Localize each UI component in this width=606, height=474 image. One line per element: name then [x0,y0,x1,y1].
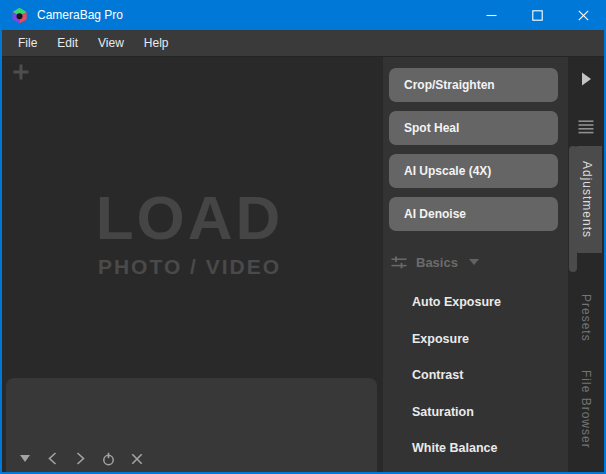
titlebar: CameraBag Pro [0,0,606,30]
menu-bar: File Edit View Help [2,30,604,57]
maximize-icon [532,10,543,21]
basics-section-header[interactable]: Basics [391,252,479,272]
window-controls [468,0,606,30]
basics-items: Auto Exposure Exposure Contrast Saturati… [383,284,568,467]
ai-denoise-button[interactable]: AI Denoise [389,197,558,231]
remove-button[interactable] [130,452,143,465]
adjustment-item-exposure[interactable]: Exposure [383,321,568,358]
spot-heal-button[interactable]: Spot Heal [389,111,558,145]
tool-buttons: Crop/Straighten Spot Heal AI Upscale (4X… [383,57,568,231]
panel-menu-button[interactable] [568,120,604,134]
minimize-button[interactable] [468,0,514,30]
next-button[interactable] [74,452,87,465]
close-x-icon [131,453,143,465]
menu-item-file[interactable]: File [8,30,47,56]
side-tabstrip: Adjustments Presets File Browser [568,57,604,472]
load-title: LOAD [2,187,377,249]
adjustment-item-white-balance[interactable]: White Balance [383,430,568,467]
menu-item-help[interactable]: Help [134,30,179,56]
menu-item-edit[interactable]: Edit [47,30,88,56]
main-area: LOAD PHOTO / VIDEO [2,57,604,472]
tab-file-browser-label: File Browser [579,370,593,449]
ai-upscale-button[interactable]: AI Upscale (4X) [389,154,558,188]
sliders-icon [391,256,407,269]
load-prompt: LOAD PHOTO / VIDEO [2,187,377,279]
tab-presets-label: Presets [579,294,593,342]
power-icon [102,452,115,466]
adjustments-panel: Crop/Straighten Spot Heal AI Upscale (4X… [383,57,568,472]
close-icon [578,10,589,21]
tab-adjustments-label: Adjustments [580,161,594,238]
collapse-filmstrip-button[interactable] [18,452,31,465]
collapse-triangle-icon [19,454,31,463]
add-photo-button[interactable] [12,63,30,81]
load-subtitle: PHOTO / VIDEO [2,255,377,279]
menu-lines-icon [578,120,594,134]
basics-label: Basics [416,255,458,270]
adjustment-item-saturation[interactable]: Saturation [383,394,568,431]
minimize-icon [486,10,497,21]
tab-adjustments[interactable]: Adjustments [571,146,602,253]
play-right-icon [581,72,592,86]
canvas-area[interactable]: LOAD PHOTO / VIDEO [2,57,383,472]
filmstrip [6,378,377,472]
filmstrip-toolbar [18,452,143,465]
app-logo-icon [11,7,28,24]
plus-icon [12,63,30,81]
menu-item-view[interactable]: View [88,30,134,56]
chevron-down-icon [469,259,479,265]
crop-straighten-button[interactable]: Crop/Straighten [389,68,558,102]
previous-arrow-icon [48,452,57,465]
previous-button[interactable] [46,452,59,465]
adjustment-item-contrast[interactable]: Contrast [383,357,568,394]
close-button[interactable] [560,0,606,30]
tab-presets[interactable]: Presets [568,285,604,350]
adjustment-item-auto-exposure[interactable]: Auto Exposure [383,284,568,321]
tab-file-browser[interactable]: File Browser [568,362,604,457]
collapse-panel-button[interactable] [568,72,604,86]
maximize-button[interactable] [514,0,560,30]
power-button[interactable] [102,452,115,465]
window-title: CameraBag Pro [37,8,468,22]
next-arrow-icon [76,452,85,465]
